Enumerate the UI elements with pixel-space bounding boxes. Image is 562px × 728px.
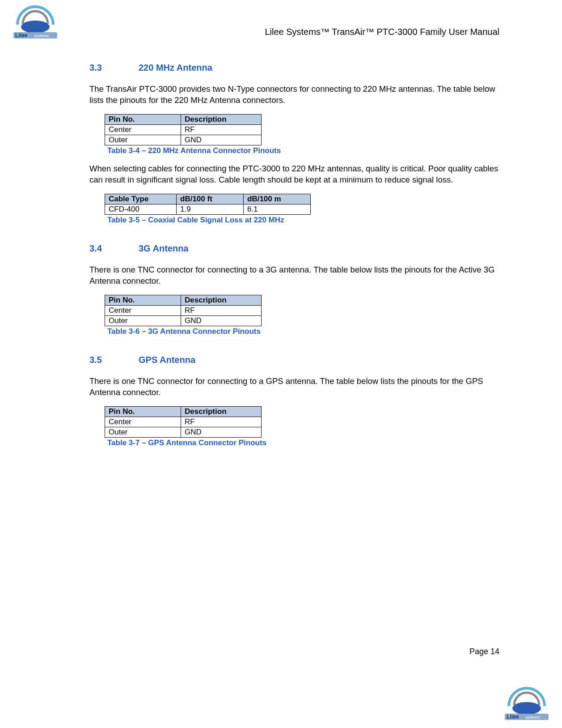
table-3-5: Cable Type dB/100 ft dB/100 m CFD-400 1.…	[105, 194, 311, 215]
logo-text: Lilee	[15, 32, 28, 38]
col-header: dB/100 m	[244, 194, 311, 204]
cell: GND	[181, 427, 262, 437]
col-header: Description	[181, 114, 262, 124]
table-3-6-wrap: Pin No. Description Center RF Outer GND …	[105, 295, 499, 336]
col-header: Description	[181, 406, 262, 417]
col-header: Cable Type	[105, 194, 177, 204]
col-header: Description	[181, 295, 262, 305]
cell: CFD-400	[105, 204, 177, 214]
table-3-5-wrap: Cable Type dB/100 ft dB/100 m CFD-400 1.…	[105, 194, 499, 225]
section-number: 3.3	[89, 63, 139, 73]
page-number: Page 14	[469, 647, 499, 656]
section-heading-3-4: 3.43G Antenna	[89, 243, 499, 254]
table-row: Center RF	[105, 124, 262, 135]
table-caption: Table 3-4 – 220 MHz Antenna Connector Pi…	[107, 146, 499, 155]
section-number: 3.4	[89, 243, 139, 254]
brand-logo-top: Lilee systems	[11, 4, 60, 42]
section-heading-3-5: 3.5GPS Antenna	[89, 355, 499, 365]
table-3-4: Pin No. Description Center RF Outer GND	[105, 114, 262, 145]
table-row: Outer GND	[105, 135, 262, 145]
content: 3.3220 MHz Antenna The TransAir PTC-3000…	[89, 63, 499, 447]
table-caption: Table 3-6 – 3G Antenna Connector Pinouts	[107, 327, 499, 336]
svg-point-0	[21, 21, 50, 33]
svg-text:systems: systems	[525, 715, 541, 719]
table-3-4-wrap: Pin No. Description Center RF Outer GND …	[105, 114, 499, 155]
table-row: Outer GND	[105, 427, 262, 437]
cell: Outer	[105, 135, 181, 145]
paragraph: There is one TNC connector for connectin…	[89, 376, 499, 398]
paragraph: When selecting cables for connecting the…	[89, 163, 499, 186]
section-heading-3-3: 3.3220 MHz Antenna	[89, 63, 499, 73]
cell: 6.1	[244, 204, 311, 214]
table-header-row: Pin No. Description	[105, 114, 262, 124]
table-3-7: Pin No. Description Center RF Outer GND	[105, 406, 262, 438]
table-row: Center RF	[105, 417, 262, 427]
cell: RF	[181, 305, 262, 315]
paragraph: The TransAir PTC-3000 provides two N-Typ…	[89, 84, 499, 106]
brand-logo-bottom: Lilee systems	[502, 686, 551, 724]
section-title: GPS Antenna	[139, 355, 195, 365]
table-header-row: Pin No. Description	[105, 295, 262, 305]
cell: GND	[181, 135, 262, 145]
table-row: Center RF	[105, 305, 262, 315]
antenna-icon: Lilee systems	[11, 4, 60, 40]
col-header: Pin No.	[105, 114, 181, 124]
section-title: 220 MHz Antenna	[139, 63, 212, 72]
cell: 1.9	[177, 204, 244, 214]
page: Lilee systems Lilee Systems™ TransAir™ P…	[0, 0, 562, 728]
table-header-row: Cable Type dB/100 ft dB/100 m	[105, 194, 311, 204]
table-caption: Table 3-5 – Coaxial Cable Signal Loss at…	[107, 216, 499, 225]
cell: RF	[181, 417, 262, 427]
cell: RF	[181, 124, 262, 135]
cell: Outer	[105, 427, 181, 437]
cell: GND	[181, 315, 262, 326]
cell: Outer	[105, 315, 181, 326]
col-header: dB/100 ft	[177, 194, 244, 204]
logo-sub: systems	[34, 34, 49, 38]
doc-title: Lilee Systems™ TransAir™ PTC-3000 Family…	[265, 27, 499, 37]
section-title: 3G Antenna	[139, 243, 189, 253]
section-number: 3.5	[89, 355, 139, 365]
table-header-row: Pin No. Description	[105, 406, 262, 417]
svg-text:Lilee: Lilee	[507, 714, 519, 720]
svg-point-2	[512, 702, 541, 715]
table-3-6: Pin No. Description Center RF Outer GND	[105, 295, 262, 326]
paragraph: There is one TNC connector for connectin…	[89, 264, 499, 287]
antenna-icon: Lilee systems	[502, 686, 551, 722]
col-header: Pin No.	[105, 406, 181, 417]
table-3-7-wrap: Pin No. Description Center RF Outer GND …	[105, 406, 499, 447]
table-row: CFD-400 1.9 6.1	[105, 204, 311, 214]
table-row: Outer GND	[105, 315, 262, 326]
table-caption: Table 3-7 – GPS Antenna Connector Pinout…	[107, 439, 499, 447]
cell: Center	[105, 305, 181, 315]
cell: Center	[105, 417, 181, 427]
cell: Center	[105, 124, 181, 135]
col-header: Pin No.	[105, 295, 181, 305]
